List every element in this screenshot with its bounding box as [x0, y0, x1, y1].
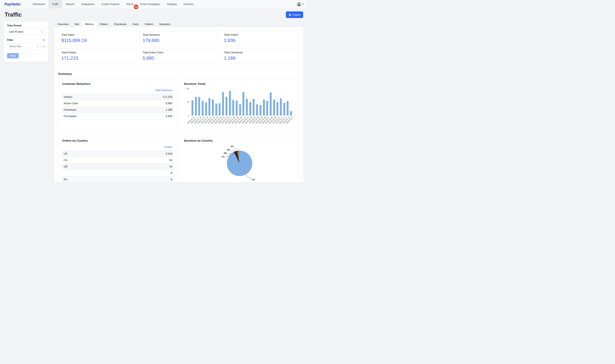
row-label: Purchased: [62, 113, 114, 119]
bar: [238, 88, 242, 116]
metric-value: 1,189: [224, 55, 296, 61]
time-period-label: Time Period: [7, 24, 45, 27]
tab-visitors[interactable]: Visitors: [142, 21, 156, 27]
orders-by-country-card: Orders by Country Orders US 2,518: [58, 136, 178, 182]
tab-bar: Overview Ads Metrics Orders Checkouts Ca…: [55, 21, 303, 27]
save-icon: [289, 13, 291, 16]
pie-label-line: [245, 175, 252, 179]
bar: [269, 88, 272, 116]
nav-item-custom-reports[interactable]: Custom Reports: [98, 0, 123, 8]
bar: [283, 88, 286, 116]
metric-card-total-checkouts: Total Checkouts 1,189: [221, 49, 299, 64]
tab-sessions[interactable]: Sessions: [156, 21, 173, 27]
tab-orders[interactable]: Orders: [97, 21, 111, 27]
app-logo[interactable]: PayHelm: [4, 2, 21, 6]
row-label: CA: [62, 157, 105, 164]
filter-label-row: Filter +: [7, 38, 45, 42]
try-badge[interactable]: Try!: [134, 5, 138, 9]
tab-checkouts[interactable]: Checkouts: [111, 21, 129, 27]
bar: [289, 88, 293, 116]
metric-label: Total Sales: [61, 33, 134, 37]
nav-item-reports[interactable]: Reports: [62, 0, 78, 8]
bar: [279, 88, 283, 116]
row-value: 9: [105, 170, 174, 176]
bar: [235, 88, 238, 116]
bar-chart: 10k5k0 2025-01-162025-01-172025-01-18202…: [184, 88, 296, 128]
value-column-header[interactable]: Orders: [105, 144, 174, 151]
sidebar-filter-panel: Time Period Last 30 days Filter + Select…: [4, 21, 48, 62]
nav-item-ask-ai[interactable]: Ask AI Try!: [123, 0, 137, 8]
metric-label: Total Checkouts: [224, 51, 296, 54]
time-period-select[interactable]: Last 30 days: [7, 29, 45, 35]
customer-behaviors-card: Customer Behaviors Total Sessions Visito…: [58, 79, 178, 131]
bar: [194, 88, 198, 116]
card-title: Sessions Trend: [184, 82, 296, 86]
bar: [266, 88, 269, 116]
bar-chart-bars: [191, 88, 293, 116]
filter-select[interactable]: Select filter: [7, 43, 41, 50]
bar: [272, 88, 276, 116]
tab-ads[interactable]: Ads: [72, 21, 82, 27]
apply-button[interactable]: Apply: [7, 53, 19, 58]
table-row: Checkouts 1,189: [62, 107, 174, 113]
row-value: 2,636: [114, 113, 174, 119]
row-label: [62, 170, 105, 176]
card-title: Sessions by Country: [184, 139, 296, 143]
clear-filter-icon[interactable]: ×: [43, 44, 45, 49]
add-filter-icon[interactable]: +: [42, 38, 45, 42]
bar: [197, 88, 201, 116]
row-value: 10: [105, 164, 174, 170]
table-row: Purchased 2,636: [62, 113, 174, 119]
pie-chart-svg: AURUGBCAUS: [184, 143, 296, 182]
tab-metrics[interactable]: Metrics: [82, 21, 97, 27]
bar: [208, 88, 211, 116]
tab-carts[interactable]: Carts: [129, 21, 142, 27]
bar-chart-xlabels: 2025-01-162025-01-172025-01-182025-01-19…: [191, 116, 293, 128]
summary-heading: Summary: [58, 72, 299, 76]
tab-overview[interactable]: Overview: [55, 21, 72, 27]
bar: [286, 88, 290, 116]
sessions-by-country-card: Sessions by Country AURUGBCAUS: [180, 136, 299, 182]
nav-item-dashboard[interactable]: Dashboard: [29, 0, 48, 8]
chevron-up-down-icon: [37, 45, 39, 48]
pie-label-line: [234, 148, 239, 151]
bar: [262, 88, 266, 116]
row-label: US: [62, 151, 105, 157]
bar: [211, 88, 215, 116]
pie-label: AU: [231, 145, 234, 147]
metric-value: 179,680: [143, 38, 215, 43]
nav-item-traffic[interactable]: Traffic: [48, 0, 62, 8]
bar-chart-yaxis: 10k5k0: [184, 88, 191, 116]
bar: [225, 88, 228, 116]
nav-item-shipping[interactable]: Shipping: [164, 0, 180, 8]
filter-placeholder: Select filter: [9, 45, 21, 48]
nav-item-integrations[interactable]: Integrations: [78, 0, 98, 8]
time-period-value: Last 30 days: [9, 30, 23, 33]
page-header: Traffic Export: [5, 11, 303, 18]
filter-label: Filter: [7, 39, 13, 41]
pie-label: CA: [222, 156, 224, 158]
y-tick-label: 10k: [186, 87, 189, 90]
content: Time Period Last 30 days Filter + Select…: [4, 21, 303, 182]
nav-item-email-campaigns[interactable]: Email Campaigns: [137, 0, 163, 8]
export-button[interactable]: Export: [286, 12, 303, 18]
metric-label: Total Sessions: [143, 33, 215, 37]
ask-ai-label: Ask AI: [126, 3, 133, 6]
table-row: Visitors 171,223: [62, 94, 174, 100]
metric-card-total-active-carts: Total Active Carts 5,880: [140, 49, 218, 64]
value-column-header[interactable]: Total Sessions: [114, 88, 174, 94]
bar: [249, 88, 252, 116]
table-row: US 2,518: [62, 151, 174, 157]
main-panel: Total Sales $115,899.19 Total Sessions 1…: [55, 27, 303, 182]
user-icon: [297, 2, 301, 6]
account-menu[interactable]: [297, 0, 303, 8]
customer-behaviors-table: Total Sessions Visitors 171,223 Active C…: [62, 88, 174, 119]
y-tick-label: 5k: [187, 101, 189, 103]
orders-by-country-table: Orders US 2,518 CA 56: [62, 144, 174, 182]
nav-item-inventory[interactable]: Inventory: [180, 0, 197, 8]
bar: [259, 88, 262, 116]
row-value: 1,189: [114, 107, 174, 113]
metric-label: Total Orders: [224, 33, 296, 37]
metrics-grid: Total Sales $115,899.19 Total Sessions 1…: [58, 31, 299, 64]
bar: [201, 88, 204, 116]
